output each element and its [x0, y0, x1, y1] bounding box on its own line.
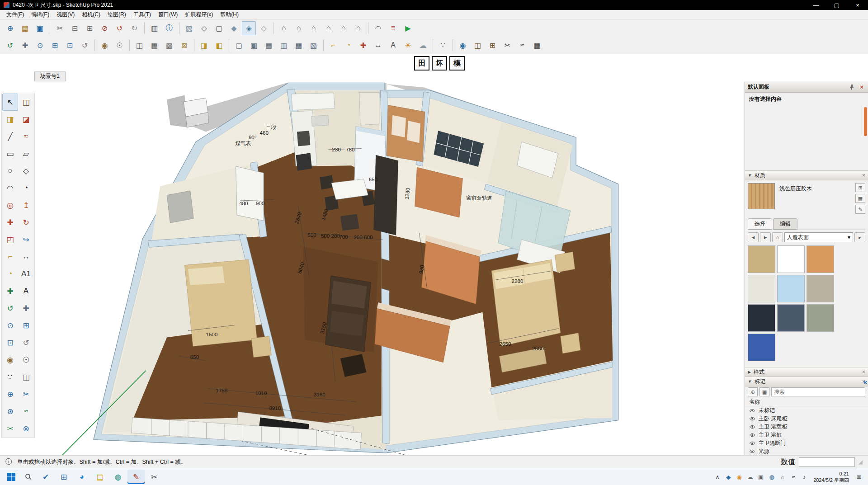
axes-tool[interactable]: ✚	[2, 283, 18, 300]
visibility-eye-icon[interactable]	[749, 417, 755, 421]
eraser-tool[interactable]: ◪	[18, 111, 34, 128]
3d-text-tool[interactable]: A	[18, 283, 34, 300]
taskbar-app-explorer[interactable]: ▤	[91, 470, 108, 484]
intersect-button[interactable]: ▦	[530, 38, 544, 52]
sample-paint-button[interactable]: ✎	[855, 205, 865, 214]
component-tool[interactable]: ◫	[18, 94, 34, 111]
protractor-button[interactable]: ◔	[341, 38, 355, 52]
orbit-tool-button[interactable]: ↺	[3, 38, 17, 52]
notification-button[interactable]: ✉	[853, 471, 865, 483]
tray-close-button[interactable]: ×	[858, 84, 865, 91]
cut-button[interactable]: ✂	[53, 21, 67, 35]
face-style-monochrome-button[interactable]: ◇	[257, 21, 271, 35]
face-style-shaded-button[interactable]: ◆	[227, 21, 241, 35]
pan-tool-button[interactable]: ✚	[18, 38, 32, 52]
menu-view[interactable]: 视图(V)	[53, 10, 78, 19]
plugin-tool-3[interactable]: ⊛	[2, 403, 18, 420]
orbit-tool[interactable]: ↺	[2, 300, 18, 317]
new-button[interactable]: ⊕	[3, 21, 17, 35]
zoom-window-tool[interactable]: ⊞	[18, 317, 34, 334]
walk-tool[interactable]: ∵	[2, 368, 18, 386]
swatch-sage-gray[interactable]	[807, 304, 834, 332]
previous-view-button[interactable]: ↺	[78, 38, 92, 52]
details-button[interactable]: ▸	[854, 232, 865, 242]
scale-tool[interactable]: ◰	[2, 231, 18, 248]
tag-row[interactable]: 光源	[745, 447, 868, 455]
taskbar-app-sketchup[interactable]: ✎	[127, 470, 145, 484]
position-camera-tool[interactable]: ◉	[2, 351, 18, 368]
paint-bucket-tool[interactable]: ◨	[2, 111, 18, 128]
tags-name-column-header[interactable]: 名称	[745, 398, 868, 406]
swatch-wood[interactable]	[807, 245, 834, 273]
view-top-button[interactable]: ⌂	[292, 21, 306, 35]
look-around-button[interactable]: ☉	[113, 38, 127, 52]
taskbar-app-browser[interactable]: ◍	[109, 470, 127, 484]
group-button[interactable]: ⊞	[486, 38, 500, 52]
soften-edges-button[interactable]: ≈	[515, 38, 529, 52]
collection-dropdown[interactable]: 人造表面 ▾	[784, 232, 853, 242]
select-tool[interactable]: ↖	[2, 94, 18, 111]
view-front-button[interactable]: ⌂	[307, 21, 321, 35]
plugin-button-mo[interactable]: 模	[449, 56, 465, 71]
section-fill-button[interactable]: ▦	[147, 38, 161, 52]
menu-edit[interactable]: 编辑(E)	[28, 10, 53, 19]
view-left-button[interactable]: ⌂	[351, 21, 365, 35]
save-button[interactable]: ▣	[33, 21, 47, 35]
tag-search-input[interactable]	[771, 387, 865, 396]
section-toggle-button[interactable]: ◠	[371, 21, 385, 35]
tray-icon-5[interactable]: ◍	[766, 471, 777, 483]
scene-tab-1[interactable]: 场景号1	[34, 71, 66, 81]
swatch-warm-gray[interactable]	[807, 275, 834, 302]
section-plane-button[interactable]: ◫	[132, 38, 146, 52]
tape-measure-button[interactable]: ⌐	[326, 38, 340, 52]
solid-tools-button[interactable]: ✂	[500, 38, 514, 52]
zoom-tool[interactable]: ⊙	[2, 317, 18, 334]
secondary-pane-button[interactable]: ▦	[855, 194, 865, 203]
style-box-4-button[interactable]: ▥	[277, 38, 291, 52]
tab-edit[interactable]: 编辑	[773, 218, 797, 230]
section-display-button[interactable]: ▩	[162, 38, 176, 52]
rotated-rectangle-tool[interactable]: ▱	[18, 145, 34, 162]
face-style-xray-button[interactable]: ▧	[182, 21, 196, 35]
visibility-eye-icon[interactable]	[749, 425, 755, 429]
text-tool[interactable]: A1	[18, 265, 34, 283]
add-tag-button[interactable]: ⊕	[748, 387, 758, 396]
taskbar-app-edge[interactable]: ◕	[73, 470, 90, 484]
taskbar-clock[interactable]: 0:21 2024/5/2 星期四	[813, 471, 849, 484]
zoom-window-button[interactable]: ⊞	[48, 38, 62, 52]
styles-section-header[interactable]: ▶ 样式 ×	[745, 367, 868, 377]
swatch-tan[interactable]	[748, 245, 775, 273]
panel-collapse-button[interactable]: «	[863, 378, 867, 386]
minimize-button[interactable]: —	[806, 0, 826, 10]
style-box-1-button[interactable]: ▢	[232, 38, 246, 52]
plugin-button-tian[interactable]: 田	[414, 56, 429, 71]
styles-close-icon[interactable]: ×	[862, 369, 865, 375]
plugin-tool-4[interactable]: ≈	[18, 403, 34, 420]
plugin-tool-2[interactable]: ✂	[18, 386, 34, 403]
tags-section-header[interactable]: ▼ 标记 ×	[745, 377, 868, 386]
plugin-button-huai[interactable]: 坏	[432, 56, 447, 71]
plugin-tool-1[interactable]: ⊕	[2, 386, 18, 403]
tag-row[interactable]: 主卧 床尾柜	[745, 414, 868, 423]
active-material-thumbnail[interactable]	[748, 183, 775, 209]
walk-tools-button[interactable]: ∵	[436, 38, 450, 52]
volume-icon[interactable]: ♪	[799, 471, 810, 483]
follow-me-tool[interactable]: ↪	[18, 231, 34, 248]
collapse-arrow-icon[interactable]: ▶	[748, 370, 751, 374]
visibility-eye-icon[interactable]	[749, 441, 755, 445]
menu-draw[interactable]: 绘图(R)	[104, 10, 130, 19]
dimension-button[interactable]: ↔	[371, 38, 385, 52]
zoom-extents-button[interactable]: ⊡	[63, 38, 77, 52]
maximize-button[interactable]: ▢	[826, 0, 847, 10]
move-tool[interactable]: ✚	[2, 214, 18, 231]
zoom-tool-button[interactable]: ⊙	[33, 38, 47, 52]
axes-button[interactable]: ✚	[356, 38, 370, 52]
interact-button[interactable]: ◉	[456, 38, 470, 52]
tab-select[interactable]: 选择	[748, 218, 772, 230]
panel-scrollbar[interactable]	[864, 107, 867, 136]
visibility-eye-icon[interactable]	[749, 433, 755, 437]
view-back-button[interactable]: ⌂	[336, 21, 350, 35]
info-icon[interactable]: ⓘ	[5, 458, 12, 466]
menu-file[interactable]: 文件(F)	[3, 10, 28, 19]
rectangle-tool[interactable]: ▭	[2, 145, 18, 162]
